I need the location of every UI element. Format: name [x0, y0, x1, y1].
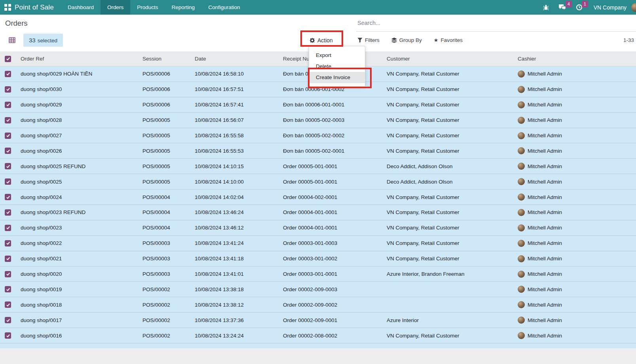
table-row[interactable]: duong shop/0028 POS/00005 10/08/2024 16:…	[0, 113, 636, 128]
row-checkbox[interactable]	[5, 332, 11, 339]
row-checkbox[interactable]	[5, 71, 11, 77]
cashier-avatar	[518, 70, 525, 78]
cell-date: 10/08/2024 16:55:58	[195, 133, 283, 138]
menu-item-products[interactable]: Products	[130, 0, 165, 15]
cell-cashier: Mitchell Admin	[518, 317, 636, 324]
cell-customer: VN Company, Retail Customer	[387, 194, 518, 200]
cell-session: POS/00005	[142, 117, 195, 123]
row-checkbox[interactable]	[5, 225, 11, 231]
apps-grid-icon[interactable]	[4, 4, 11, 11]
row-checkbox[interactable]	[5, 148, 11, 154]
cell-date: 10/08/2024 13:46:12	[195, 225, 283, 231]
row-checkbox[interactable]	[5, 163, 11, 169]
cell-customer: VN Company, Retail Customer	[387, 225, 518, 231]
row-checkbox[interactable]	[5, 317, 11, 323]
cell-cashier: Mitchell Admin	[518, 70, 636, 78]
cashier-name: Mitchell Admin	[528, 133, 562, 138]
action-button[interactable]: Action	[306, 34, 337, 46]
cell-order-ref: duong shop/0022	[21, 240, 142, 246]
row-checkbox[interactable]	[5, 194, 11, 200]
app-title[interactable]: Point of Sale	[15, 4, 61, 11]
table-row[interactable]: duong shop/0016 POS/00002 10/08/2024 13:…	[0, 328, 636, 343]
cashier-avatar	[518, 101, 525, 108]
table-row[interactable]: duong shop/0023 REFUND POS/00004 10/08/2…	[0, 205, 636, 220]
row-checkbox[interactable]	[5, 301, 11, 308]
row-checkbox[interactable]	[5, 271, 11, 277]
breadcrumb[interactable]: Orders	[0, 15, 356, 32]
list-view-icon[interactable]	[9, 37, 15, 44]
row-checkbox[interactable]	[5, 240, 11, 246]
cell-cashier: Mitchell Admin	[518, 86, 636, 93]
menu-item-reporting[interactable]: Reporting	[165, 0, 202, 15]
cell-customer: VN Company, Retail Customer	[387, 333, 518, 339]
menu-item-dashboard[interactable]: Dashboard	[61, 0, 101, 15]
table-row[interactable]: duong shop/0022 POS/00003 10/08/2024 13:…	[0, 236, 636, 251]
menu-item-orders[interactable]: Orders	[101, 0, 130, 15]
cell-receipt-number: Order 00002-009-0003	[283, 286, 387, 292]
group-by-button[interactable]: Group By	[391, 37, 422, 43]
cashier-avatar	[518, 209, 525, 216]
table-row[interactable]: duong shop/0019 POS/00002 10/08/2024 13:…	[0, 282, 636, 297]
cell-customer: VN Company, Retail Customer	[387, 102, 518, 108]
cashier-name: Mitchell Admin	[528, 225, 562, 231]
table-row[interactable]: duong shop/0025 REFUND POS/00005 10/08/2…	[0, 159, 636, 174]
table-row[interactable]: duong shop/0027 POS/00005 10/08/2024 16:…	[0, 128, 636, 144]
table-row[interactable]: duong shop/0017 POS/00002 10/08/2024 13:…	[0, 313, 636, 328]
row-checkbox[interactable]	[5, 209, 11, 216]
column-header-session[interactable]: Session	[142, 56, 195, 62]
cell-order-ref: duong shop/0028	[21, 117, 142, 123]
dropdown-item-delete[interactable]: Delete	[309, 61, 365, 72]
select-all-checkbox[interactable]	[5, 56, 11, 62]
main-menu: DashboardOrdersProductsReportingConfigur…	[61, 0, 247, 15]
cell-order-ref: duong shop/0025	[21, 179, 142, 185]
systray: 4 1 VN Company	[539, 0, 636, 15]
table-row[interactable]: duong shop/0023 POS/00004 10/08/2024 13:…	[0, 220, 636, 236]
filters-button[interactable]: Filters	[357, 37, 380, 43]
column-header-cashier[interactable]: Cashier	[518, 56, 636, 62]
cell-receipt-number: Order 00004-001-0001	[283, 225, 387, 231]
table-row[interactable]: duong shop/0024 POS/00004 10/08/2024 14:…	[0, 190, 636, 205]
row-checkbox[interactable]	[5, 117, 11, 123]
activity-clock-icon[interactable]: 1	[572, 0, 587, 15]
cell-cashier: Mitchell Admin	[518, 193, 636, 201]
company-switcher[interactable]: VN Company	[588, 4, 630, 11]
table-row[interactable]: duong shop/0025 POS/00005 10/08/2024 14:…	[0, 174, 636, 190]
cell-session: POS/00005	[142, 133, 195, 138]
debug-bug-icon[interactable]	[539, 0, 553, 15]
messages-chat-icon[interactable]: 4	[554, 0, 570, 15]
search-input[interactable]: Search...	[356, 15, 636, 32]
cell-order-ref: duong shop/0025 REFUND	[21, 163, 142, 169]
row-checkbox[interactable]	[5, 178, 11, 185]
dropdown-item-create-invoice[interactable]: Create Invoice	[309, 72, 365, 83]
favorites-button[interactable]: ★ Favorites	[434, 37, 463, 43]
table-row[interactable]: duong shop/0018 POS/00002 10/08/2024 13:…	[0, 297, 636, 313]
table-row[interactable]: duong shop/0026 POS/00005 10/08/2024 16:…	[0, 143, 636, 159]
cell-cashier: Mitchell Admin	[518, 101, 636, 108]
row-checkbox[interactable]	[5, 256, 11, 262]
cashier-avatar	[518, 193, 525, 201]
row-checkbox[interactable]	[5, 133, 11, 139]
cashier-name: Mitchell Admin	[528, 302, 562, 308]
cashier-avatar	[518, 301, 525, 308]
row-checkbox[interactable]	[5, 102, 11, 108]
row-checkbox[interactable]	[5, 86, 11, 93]
cell-customer: VN Company, Retail Customer	[387, 71, 518, 77]
cell-order-ref: duong shop/0024	[21, 194, 142, 200]
row-checkbox[interactable]	[5, 286, 11, 292]
column-header-date[interactable]: Date	[195, 56, 283, 62]
cell-session: POS/00004	[142, 225, 195, 231]
cell-cashier: Mitchell Admin	[518, 332, 636, 339]
column-header-customer[interactable]: Customer	[387, 56, 518, 62]
menu-item-configuration[interactable]: Configuration	[201, 0, 247, 15]
dropdown-item-export[interactable]: Export	[309, 50, 365, 61]
cell-session: POS/00002	[142, 286, 195, 292]
cell-cashier: Mitchell Admin	[518, 209, 636, 216]
table-row[interactable]: duong shop/0029 POS/00006 10/08/2024 16:…	[0, 97, 636, 113]
cell-customer: Deco Addict, Addison Olson	[387, 163, 518, 169]
table-row[interactable]: duong shop/0020 POS/00003 10/08/2024 13:…	[0, 267, 636, 282]
column-header-order-ref[interactable]: Order Ref	[21, 56, 142, 62]
cashier-name: Mitchell Admin	[528, 333, 562, 339]
table-row[interactable]: duong shop/0021 POS/00003 10/08/2024 13:…	[0, 251, 636, 267]
pager[interactable]: 1-33	[623, 32, 634, 49]
cell-customer: VN Company, Retail Customer	[387, 148, 518, 154]
